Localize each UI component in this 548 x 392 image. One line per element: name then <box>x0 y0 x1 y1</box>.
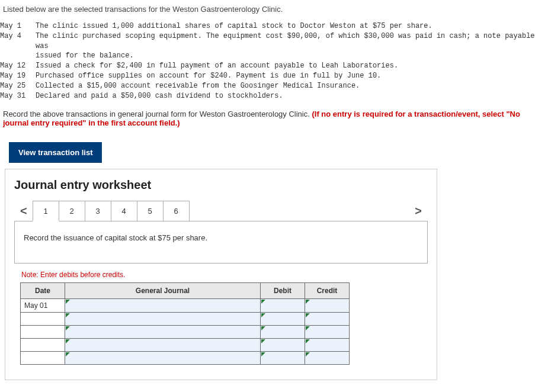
txn-row: May 25 Collected a $15,000 account recei… <box>0 81 545 91</box>
txn-date: May 1 <box>0 21 36 31</box>
dropdown-indicator-icon <box>261 339 265 343</box>
credit-input[interactable] <box>305 352 350 365</box>
txn-desc: Declared and paid a $50,000 cash dividen… <box>36 91 545 101</box>
journal-worksheet: Journal entry worksheet < 1 2 3 4 5 6 > … <box>5 169 437 380</box>
txn-desc: The clinic issued 1,000 additional share… <box>36 21 545 31</box>
credit-input[interactable] <box>305 299 350 313</box>
credit-input[interactable] <box>305 313 350 326</box>
transactions-list: May 1 The clinic issued 1,000 additional… <box>0 18 548 107</box>
debit-input[interactable] <box>261 313 305 326</box>
view-transaction-list-button[interactable]: View transaction list <box>9 142 102 163</box>
intro-text: Listed below are the selected transactio… <box>0 0 548 18</box>
credit-input[interactable] <box>305 339 350 352</box>
dropdown-indicator-icon <box>261 326 265 330</box>
tab-4[interactable]: 4 <box>111 201 137 221</box>
tab-6[interactable]: 6 <box>163 201 190 221</box>
dropdown-indicator-icon <box>261 313 265 317</box>
account-select[interactable] <box>65 313 261 326</box>
txn-desc: The clinic purchased scoping equipment. … <box>36 31 545 52</box>
txn-row: May 31 Declared and paid a $50,000 cash … <box>0 91 545 101</box>
instructions: Record the above transactions in general… <box>0 107 548 136</box>
dropdown-indicator-icon <box>306 313 310 317</box>
instructions-main: Record the above transactions in general… <box>3 110 312 118</box>
worksheet-title: Journal entry worksheet <box>14 178 428 192</box>
txn-desc-cont: issued for the balance. <box>0 51 134 61</box>
cell-date: May 01 <box>21 299 65 313</box>
txn-row: May 19 Purchased office supplies on acco… <box>0 71 545 81</box>
dropdown-indicator-icon <box>261 300 265 304</box>
credit-input[interactable] <box>305 326 350 339</box>
dropdown-indicator-icon <box>306 352 310 356</box>
dropdown-indicator-icon <box>261 352 265 356</box>
prev-arrow-icon[interactable]: < <box>14 204 33 218</box>
dropdown-indicator-icon <box>66 339 70 343</box>
cell-date-empty <box>21 352 65 365</box>
entry-instruction: Record the issuance of capital stock at … <box>15 221 427 263</box>
tab-5[interactable]: 5 <box>137 201 164 221</box>
col-header-general-journal: General Journal <box>65 283 261 299</box>
txn-row-cont: issued for the balance. <box>0 51 545 61</box>
tab-row: < 1 2 3 4 5 6 > <box>14 201 428 221</box>
dropdown-indicator-icon <box>66 300 70 304</box>
debit-input[interactable] <box>261 299 305 313</box>
tab-3[interactable]: 3 <box>85 201 111 221</box>
tab-content: Record the issuance of capital stock at … <box>14 221 428 264</box>
next-arrow-icon[interactable]: > <box>409 204 428 218</box>
dropdown-indicator-icon <box>306 326 310 330</box>
txn-date: May 19 <box>0 71 36 81</box>
tab-1[interactable]: 1 <box>33 201 59 221</box>
txn-row: May 12 Issued a check for $2,400 in full… <box>0 61 545 71</box>
dropdown-indicator-icon <box>66 352 70 356</box>
txn-date: May 4 <box>0 31 36 52</box>
txn-desc: Collected a $15,000 account receivable f… <box>36 81 545 91</box>
account-select[interactable] <box>65 352 261 365</box>
txn-date: May 12 <box>0 61 36 71</box>
debit-input[interactable] <box>261 326 305 339</box>
cell-date-empty <box>21 313 65 326</box>
debit-input[interactable] <box>261 352 305 365</box>
txn-desc: Issued a check for $2,400 in full paymen… <box>36 61 545 71</box>
txn-date: May 25 <box>0 81 36 91</box>
col-header-credit: Credit <box>305 283 350 299</box>
dropdown-indicator-icon <box>306 300 310 304</box>
col-header-debit: Debit <box>261 283 305 299</box>
account-select[interactable] <box>65 299 261 313</box>
cell-date-empty <box>21 339 65 352</box>
dropdown-indicator-icon <box>66 326 70 330</box>
account-select[interactable] <box>65 326 261 339</box>
txn-row: May 1 The clinic issued 1,000 additional… <box>0 21 545 31</box>
journal-entry-table: Date General Journal Debit Credit May 01 <box>20 282 350 365</box>
debit-input[interactable] <box>261 339 305 352</box>
dropdown-indicator-icon <box>66 313 70 317</box>
col-header-date: Date <box>21 283 65 299</box>
txn-date: May 31 <box>0 91 36 101</box>
cell-date-empty <box>21 326 65 339</box>
txn-row: May 4 The clinic purchased scoping equip… <box>0 31 545 52</box>
account-select[interactable] <box>65 339 261 352</box>
txn-desc: Purchased office supplies on account for… <box>36 71 545 81</box>
dropdown-indicator-icon <box>306 339 310 343</box>
debits-before-credits-note: Note: Enter debits before credits. <box>14 271 428 282</box>
tab-2[interactable]: 2 <box>59 201 85 221</box>
